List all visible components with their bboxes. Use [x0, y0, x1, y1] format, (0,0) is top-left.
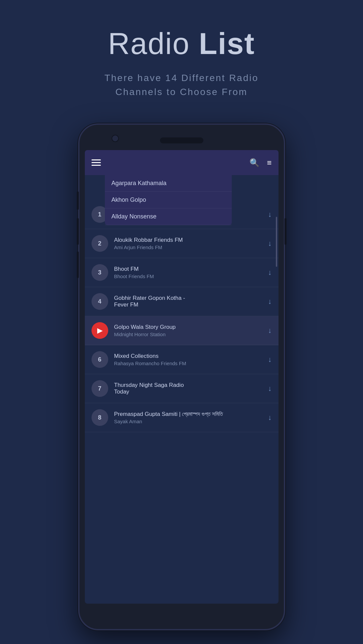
radio-number-4: 4 [92, 293, 108, 310]
radio-item-4[interactable]: 4 Gobhir Rater Gopon Kotha -Fever FM ↓ [85, 287, 279, 316]
download-icon-1[interactable]: ↓ [268, 210, 272, 219]
radio-item-3[interactable]: 3 Bhoot FM Bhoot Friends FM ↓ [85, 258, 279, 287]
radio-info-3: Bhoot FM Bhoot Friends FM [114, 266, 265, 279]
page-title: Radio List [0, 27, 363, 61]
radio-sub-6: Rahasya Romancho Friends FM [114, 361, 265, 366]
phone-volume-up-button [77, 218, 79, 245]
page-header: Radio List There have 14 Different Radio… [0, 0, 363, 99]
phone-power-button [285, 218, 287, 245]
dropdown-menu[interactable]: Agarpara Kathamala Akhon Golpo Allday No… [105, 175, 232, 225]
radio-info-6: Mixed Collections Rahasya Romancho Frien… [114, 353, 265, 366]
toolbar-actions: 🔍 ≡ [249, 158, 271, 167]
radio-info-4: Gobhir Rater Gopon Kotha -Fever FM [114, 295, 265, 308]
download-icon-3[interactable]: ↓ [268, 268, 272, 277]
radio-name-5: Golpo Wala Story Group [114, 324, 265, 331]
phone-mockup: 🔍 ≡ Agarpara Kathamala Akhon Golpo Allda… [78, 123, 285, 630]
download-icon-6[interactable]: ↓ [268, 355, 272, 364]
phone-volume-mute-button [77, 191, 79, 210]
filter-icon[interactable]: ≡ [267, 158, 271, 167]
scrollbar[interactable] [276, 217, 277, 267]
radio-number-3: 3 [92, 264, 108, 281]
phone-volume-down-button [77, 251, 79, 278]
radio-number-5-playing: ▶ [92, 322, 108, 339]
radio-name-4: Gobhir Rater Gopon Kotha -Fever FM [114, 295, 265, 308]
radio-item-5[interactable]: ▶ Golpo Wala Story Group Midnight Horror… [85, 316, 279, 345]
radio-list: 1 Aloukik Robbar Friends FM Ami Arjun Fr… [85, 200, 279, 432]
page-subtitle: There have 14 Different RadioChannels to… [0, 71, 363, 99]
download-icon-7[interactable]: ↓ [268, 384, 272, 393]
radio-number-8: 8 [92, 409, 108, 426]
radio-item-8[interactable]: 8 Premaspad Gupta Samiti | প্রেমাস্পদ গু… [85, 403, 279, 432]
radio-sub-5: Midnight Horror Station [114, 332, 265, 337]
menu-button[interactable] [92, 159, 101, 166]
phone-camera [112, 135, 119, 142]
radio-sub-2: Ami Arjun Friends FM [114, 244, 265, 250]
radio-number-7: 7 [92, 380, 108, 397]
download-icon-4[interactable]: ↓ [268, 297, 272, 306]
radio-info-8: Premaspad Gupta Samiti | প্রেমাস্পদ গুপ্… [114, 411, 265, 424]
radio-number-6: 6 [92, 351, 108, 368]
radio-sub-8: Sayak Aman [114, 419, 265, 424]
search-icon[interactable]: 🔍 [249, 158, 259, 167]
play-icon: ▶ [97, 327, 102, 335]
radio-info-7: Thursday Night Saga RadioToday [114, 382, 265, 395]
radio-name-7: Thursday Night Saga RadioToday [114, 382, 265, 395]
dropdown-item[interactable]: Allday Nonsense [105, 208, 232, 225]
radio-item-6[interactable]: 6 Mixed Collections Rahasya Romancho Fri… [85, 345, 279, 374]
dropdown-item[interactable]: Agarpara Kathamala [105, 175, 232, 192]
phone-screen: 🔍 ≡ Agarpara Kathamala Akhon Golpo Allda… [85, 150, 279, 604]
app-toolbar: 🔍 ≡ [85, 150, 279, 175]
radio-name-2: Aloukik Robbar Friends FM [114, 237, 265, 243]
radio-item-7[interactable]: 7 Thursday Night Saga RadioToday ↓ [85, 374, 279, 403]
dropdown-item[interactable]: Akhon Golpo [105, 192, 232, 208]
radio-number-2: 2 [92, 235, 108, 252]
radio-name-3: Bhoot FM [114, 266, 265, 272]
radio-name-8: Premaspad Gupta Samiti | প্রেমাস্পদ গুপ্… [114, 411, 265, 418]
radio-info-2: Aloukik Robbar Friends FM Ami Arjun Frie… [114, 237, 265, 250]
radio-sub-3: Bhoot Friends FM [114, 273, 265, 279]
download-icon-5[interactable]: ↓ [268, 326, 272, 335]
phone-speaker [160, 137, 203, 143]
radio-info-5: Golpo Wala Story Group Midnight Horror S… [114, 324, 265, 337]
download-icon-2[interactable]: ↓ [268, 239, 272, 248]
radio-name-6: Mixed Collections [114, 353, 265, 360]
download-icon-8[interactable]: ↓ [268, 413, 272, 422]
radio-item-2[interactable]: 2 Aloukik Robbar Friends FM Ami Arjun Fr… [85, 229, 279, 258]
